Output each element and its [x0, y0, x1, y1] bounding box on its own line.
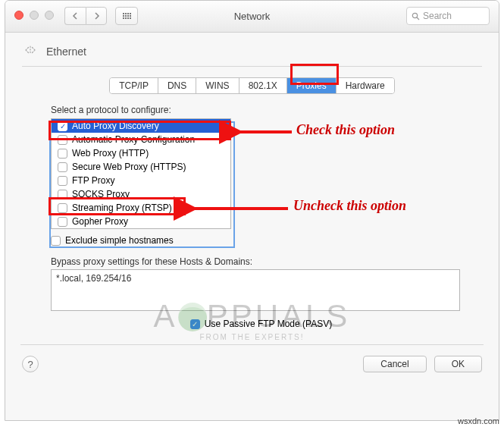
preferences-window: Network Search Ethernet TCP/IPDNSWINS802… [5, 0, 499, 421]
protocol-label: FTP Proxy [72, 175, 114, 186]
tab-wins[interactable]: WINS [196, 78, 239, 93]
interface-title: Ethernet [46, 46, 86, 58]
search-placeholder: Search [423, 11, 452, 21]
passive-ftp-label: Use Passive FTP Mode (PASV) [205, 319, 332, 329]
protocol-prompt: Select a protocol to configure: [51, 105, 471, 115]
checkbox-icon [58, 135, 67, 145]
checkbox-icon [58, 217, 67, 227]
checkbox-icon: ✓ [190, 319, 200, 329]
titlebar: Network Search [5, 1, 499, 33]
help-button[interactable]: ? [22, 356, 39, 372]
checkbox-icon [58, 176, 67, 186]
tab-hardware[interactable]: Hardware [337, 78, 394, 93]
exclude-label: Exclude simple hostnames [65, 235, 174, 246]
checkbox-icon [58, 203, 67, 213]
tabs: TCP/IPDNSWINS802.1XProxiesHardware [5, 77, 499, 94]
protocol-label: Web Proxy (HTTP) [72, 148, 149, 159]
protocol-label: Automatic Proxy Configuration [72, 134, 195, 145]
protocol-row[interactable]: SOCKS Proxy [52, 187, 230, 201]
diamond-icon[interactable] [22, 43, 39, 60]
checkbox-icon [58, 162, 67, 172]
bypass-textarea[interactable]: *.local, 169.254/16 [51, 269, 460, 311]
protocol-row[interactable]: Secure Web Proxy (HTTPS) [52, 160, 230, 174]
protocol-row[interactable]: Streaming Proxy (RTSP) [52, 201, 230, 215]
search-icon [412, 12, 420, 20]
bypass-label: Bypass proxy settings for these Hosts & … [51, 256, 471, 267]
search-input[interactable]: Search [406, 7, 490, 25]
protocol-label: Secure Web Proxy (HTTPS) [72, 162, 186, 172]
tab-8021x[interactable]: 802.1X [239, 78, 287, 93]
ok-button[interactable]: OK [434, 356, 482, 372]
watermark-subtext: FROM THE EXPERTS! [154, 334, 351, 341]
checkbox-icon [58, 149, 67, 159]
protocol-row[interactable]: Web Proxy (HTTP) [52, 146, 230, 160]
proxies-pane: Select a protocol to configure: ✓Auto Pr… [5, 97, 499, 334]
exclude-hostnames-checkbox[interactable]: Exclude simple hostnames [51, 235, 471, 246]
credit-text: wsxdn.com [458, 416, 499, 425]
protocol-row[interactable]: FTP Proxy [52, 174, 230, 187]
tab-proxies[interactable]: Proxies [287, 78, 337, 93]
pane-header: Ethernet [5, 33, 499, 70]
protocol-label: Streaming Proxy (RTSP) [72, 203, 172, 213]
cancel-button[interactable]: Cancel [363, 356, 426, 372]
svg-line-1 [417, 17, 419, 20]
protocol-row[interactable]: Automatic Proxy Configuration [52, 133, 230, 146]
passive-ftp-checkbox[interactable]: ✓ Use Passive FTP Mode (PASV) [51, 319, 471, 329]
svg-point-0 [412, 13, 417, 17]
protocol-row[interactable]: Gopher Proxy [52, 215, 230, 228]
checkbox-icon: ✓ [58, 121, 67, 131]
checkbox-icon [51, 236, 61, 246]
protocol-row[interactable]: ✓Auto Proxy Discovery [52, 119, 230, 133]
protocol-label: SOCKS Proxy [72, 189, 130, 199]
footer: ? Cancel OK [5, 345, 499, 383]
protocol-list: ✓Auto Proxy DiscoveryAutomatic Proxy Con… [51, 118, 231, 229]
protocol-label: Gopher Proxy [72, 216, 128, 227]
tab-tcpip[interactable]: TCP/IP [110, 78, 158, 93]
protocol-label: Auto Proxy Discovery [72, 121, 159, 131]
checkbox-icon [58, 190, 67, 199]
tab-dns[interactable]: DNS [158, 78, 196, 93]
